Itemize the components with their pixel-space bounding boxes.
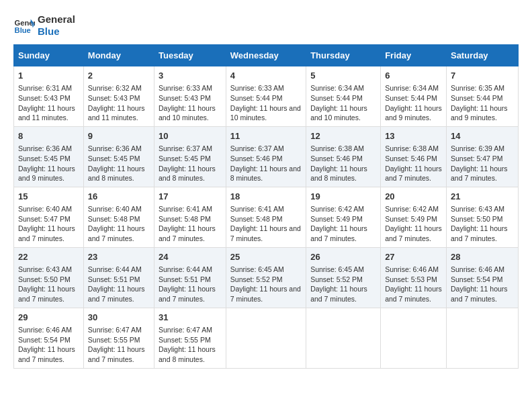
calendar-cell: 12Sunrise: 6:38 AMSunset: 5:46 PMDayligh… (306, 126, 381, 187)
calendar-cell (381, 308, 447, 368)
day-info: Sunset: 5:52 PM (230, 275, 302, 285)
day-info: Daylight: 11 hours and 10 minutes. (310, 103, 376, 123)
week-row-1: 1Sunrise: 6:31 AMSunset: 5:43 PMDaylight… (14, 66, 519, 127)
calendar-cell: 24Sunrise: 6:44 AMSunset: 5:51 PMDayligh… (154, 247, 226, 308)
calendar-cell (226, 308, 306, 368)
logo-line1: General (38, 13, 75, 26)
week-row-2: 8Sunrise: 6:36 AMSunset: 5:45 PMDaylight… (14, 126, 519, 187)
week-row-4: 22Sunrise: 6:43 AMSunset: 5:50 PMDayligh… (14, 247, 519, 308)
day-info: Daylight: 11 hours and 8 minutes. (310, 164, 376, 183)
day-info: Sunrise: 6:43 AM (18, 265, 79, 275)
day-info: Sunrise: 6:46 AM (451, 265, 514, 275)
day-info: Sunset: 5:54 PM (451, 275, 514, 285)
day-info: Sunset: 5:44 PM (385, 93, 442, 103)
calendar-cell: 31Sunrise: 6:47 AMSunset: 5:55 PMDayligh… (154, 308, 226, 368)
day-info: Sunset: 5:45 PM (159, 154, 222, 164)
day-info: Sunrise: 6:31 AM (18, 83, 79, 93)
day-info: Sunset: 5:50 PM (18, 275, 79, 285)
day-info: Daylight: 11 hours and 8 minutes. (88, 164, 150, 183)
calendar-cell (306, 308, 381, 368)
calendar-cell: 19Sunrise: 6:42 AMSunset: 5:49 PMDayligh… (306, 187, 381, 247)
day-info: Sunrise: 6:34 AM (385, 83, 442, 93)
day-info: Sunset: 5:53 PM (385, 275, 442, 285)
day-info: Sunset: 5:51 PM (159, 275, 222, 285)
header-tuesday: Tuesday (154, 45, 226, 66)
day-info: Daylight: 11 hours and 7 minutes. (18, 224, 79, 243)
calendar-cell: 9Sunrise: 6:36 AMSunset: 5:45 PMDaylight… (83, 126, 154, 187)
day-info: Sunrise: 6:37 AM (230, 144, 302, 154)
calendar-cell: 1Sunrise: 6:31 AMSunset: 5:43 PMDaylight… (14, 66, 84, 127)
calendar-cell: 15Sunrise: 6:40 AMSunset: 5:47 PMDayligh… (14, 187, 84, 247)
day-number: 23 (88, 251, 150, 263)
day-info: Daylight: 11 hours and 8 minutes. (230, 164, 302, 183)
calendar-cell: 27Sunrise: 6:46 AMSunset: 5:53 PMDayligh… (381, 247, 447, 308)
calendar-cell: 23Sunrise: 6:44 AMSunset: 5:51 PMDayligh… (83, 247, 154, 308)
svg-text:Blue: Blue (15, 26, 31, 34)
day-info: Sunrise: 6:42 AM (385, 204, 442, 214)
day-info: Sunrise: 6:47 AM (88, 325, 150, 335)
day-info: Sunrise: 6:36 AM (88, 144, 150, 154)
calendar-cell: 21Sunrise: 6:43 AMSunset: 5:50 PMDayligh… (446, 187, 518, 247)
day-info: Daylight: 11 hours and 7 minutes. (385, 164, 442, 183)
day-info: Sunset: 5:50 PM (451, 214, 514, 224)
header-sunday: Sunday (14, 45, 84, 66)
day-info: Sunrise: 6:40 AM (88, 204, 150, 214)
day-info: Daylight: 11 hours and 7 minutes. (230, 284, 302, 304)
day-info: Sunset: 5:49 PM (310, 214, 376, 224)
day-info: Daylight: 11 hours and 10 minutes. (230, 103, 302, 123)
day-info: Sunset: 5:43 PM (159, 93, 222, 103)
day-info: Daylight: 11 hours and 9 minutes. (385, 103, 442, 123)
week-row-5: 29Sunrise: 6:46 AMSunset: 5:54 PMDayligh… (14, 308, 519, 368)
header-wednesday: Wednesday (226, 45, 306, 66)
day-number: 1 (18, 70, 79, 82)
day-number: 7 (451, 70, 514, 82)
day-number: 20 (385, 191, 442, 203)
calendar-cell: 30Sunrise: 6:47 AMSunset: 5:55 PMDayligh… (83, 308, 154, 368)
day-info: Sunrise: 6:34 AM (310, 83, 376, 93)
day-number: 10 (159, 130, 222, 142)
day-info: Sunset: 5:45 PM (18, 154, 79, 164)
day-info: Daylight: 11 hours and 8 minutes. (159, 345, 222, 364)
calendar-cell: 10Sunrise: 6:37 AMSunset: 5:45 PMDayligh… (154, 126, 226, 187)
day-number: 19 (310, 191, 376, 203)
calendar-cell: 6Sunrise: 6:34 AMSunset: 5:44 PMDaylight… (381, 66, 447, 127)
calendar-cell: 3Sunrise: 6:33 AMSunset: 5:43 PMDaylight… (154, 66, 226, 127)
calendar-cell: 26Sunrise: 6:45 AMSunset: 5:52 PMDayligh… (306, 247, 381, 308)
day-number: 11 (230, 130, 302, 142)
calendar-cell (446, 308, 518, 368)
day-info: Daylight: 11 hours and 7 minutes. (159, 224, 222, 243)
day-number: 29 (18, 312, 79, 324)
day-info: Sunset: 5:48 PM (230, 214, 302, 224)
day-number: 15 (18, 191, 79, 203)
day-info: Sunrise: 6:37 AM (159, 144, 222, 154)
day-info: Daylight: 11 hours and 7 minutes. (451, 224, 514, 243)
day-info: Sunrise: 6:41 AM (230, 204, 302, 214)
calendar-cell: 29Sunrise: 6:46 AMSunset: 5:54 PMDayligh… (14, 308, 84, 368)
day-info: Sunset: 5:48 PM (159, 214, 222, 224)
header-saturday: Saturday (446, 45, 518, 66)
day-number: 24 (159, 251, 222, 263)
day-number: 25 (230, 251, 302, 263)
day-info: Sunrise: 6:46 AM (18, 325, 79, 335)
day-number: 13 (385, 130, 442, 142)
day-number: 3 (159, 70, 222, 82)
day-info: Daylight: 11 hours and 7 minutes. (159, 284, 222, 304)
day-number: 27 (385, 251, 442, 263)
day-info: Daylight: 11 hours and 7 minutes. (310, 284, 376, 304)
day-info: Sunrise: 6:45 AM (310, 265, 376, 275)
day-info: Sunset: 5:49 PM (385, 214, 442, 224)
day-info: Sunrise: 6:47 AM (159, 325, 222, 335)
day-info: Sunrise: 6:43 AM (451, 204, 514, 214)
day-info: Sunrise: 6:40 AM (18, 204, 79, 214)
calendar-cell: 4Sunrise: 6:33 AMSunset: 5:44 PMDaylight… (226, 66, 306, 127)
day-number: 5 (310, 70, 376, 82)
calendar-cell: 2Sunrise: 6:32 AMSunset: 5:43 PMDaylight… (83, 66, 154, 127)
day-info: Daylight: 11 hours and 7 minutes. (18, 345, 79, 364)
day-number: 21 (451, 191, 514, 203)
day-info: Sunset: 5:43 PM (18, 93, 79, 103)
calendar-cell: 5Sunrise: 6:34 AMSunset: 5:44 PMDaylight… (306, 66, 381, 127)
day-number: 8 (18, 130, 79, 142)
header-friday: Friday (381, 45, 447, 66)
day-info: Sunset: 5:46 PM (310, 154, 376, 164)
day-info: Sunrise: 6:46 AM (385, 265, 442, 275)
